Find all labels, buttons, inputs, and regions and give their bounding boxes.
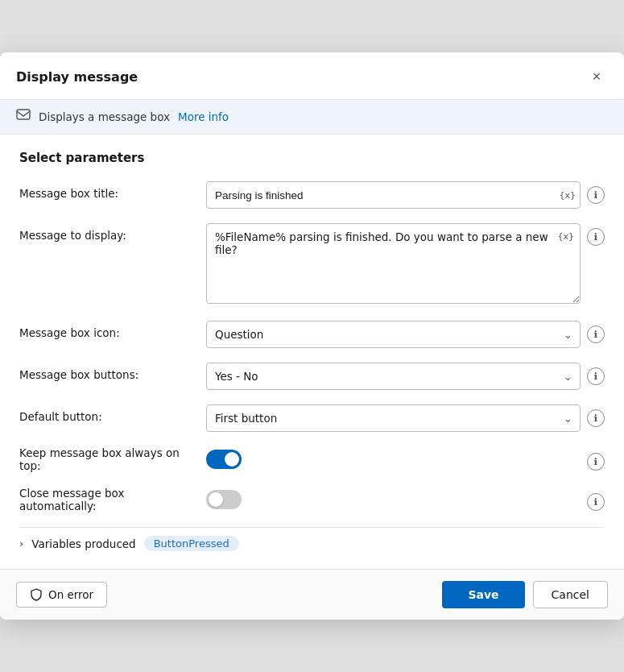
default-button-select-wrap: First button Second button Third button … [206, 404, 581, 432]
section-title: Select parameters [19, 151, 605, 165]
close-automatically-label: Close message box automatically: [19, 487, 196, 512]
message-to-display-control: %FileName% parsing is finished. Do you w… [206, 223, 605, 306]
message-box-buttons-info[interactable]: ℹ [587, 367, 605, 385]
message-box-icon [16, 108, 31, 126]
svg-rect-0 [17, 110, 30, 119]
message-to-display-textarea-wrap: %FileName% parsing is finished. Do you w… [206, 223, 581, 306]
variables-chevron[interactable]: › [19, 537, 23, 550]
on-error-label: On error [48, 588, 93, 601]
cancel-button[interactable]: Cancel [533, 581, 608, 608]
message-box-icon-control: Question Information Warning Error None … [206, 321, 605, 348]
keep-on-top-row: Keep message box always on top: ℹ [19, 446, 605, 472]
keep-on-top-toggle-area: ℹ [206, 448, 605, 471]
message-box-icon-select-wrap: Question Information Warning Error None … [206, 321, 581, 348]
message-box-icon-label: Message box icon: [19, 321, 196, 339]
message-box-title-input[interactable] [206, 181, 581, 209]
message-box-title-label: Message box title: [19, 181, 196, 200]
default-button-select[interactable]: First button Second button Third button [206, 404, 581, 432]
message-to-display-textarea[interactable]: %FileName% parsing is finished. Do you w… [206, 223, 581, 304]
message-box-buttons-select-wrap: Yes - No OK OK - Cancel Yes - No - Cance… [206, 363, 581, 390]
save-button[interactable]: Save [442, 581, 524, 608]
close-automatically-track [206, 490, 242, 509]
dialog-footer: On error Save Cancel [0, 569, 624, 620]
message-box-icon-row: Message box icon: Question Information W… [19, 321, 605, 348]
dialog-body: Select parameters Message box title: {x}… [0, 135, 624, 569]
message-box-buttons-select[interactable]: Yes - No OK OK - Cancel Yes - No - Cance… [206, 363, 581, 390]
message-box-title-info[interactable]: ℹ [587, 186, 605, 204]
message-box-icon-info[interactable]: ℹ [587, 326, 605, 343]
close-automatically-info[interactable]: ℹ [587, 493, 605, 511]
footer-right: Save Cancel [442, 581, 608, 608]
display-message-dialog: Display message × Displays a message box… [0, 52, 624, 620]
close-automatically-row: Close message box automatically: ℹ [19, 487, 605, 512]
message-box-title-control: {x} ℹ [206, 181, 605, 209]
message-box-title-row: Message box title: {x} ℹ [19, 181, 605, 209]
banner-text: Displays a message box [39, 110, 170, 123]
keep-on-top-thumb [225, 452, 239, 467]
variables-row: › Variables produced ButtonPressed [19, 527, 605, 556]
keep-on-top-label: Keep message box always on top: [19, 446, 196, 472]
info-banner: Displays a message box More info [0, 100, 624, 135]
dialog-header: Display message × [0, 52, 624, 100]
message-to-display-info[interactable]: ℹ [587, 228, 605, 246]
close-automatically-toggle[interactable] [206, 490, 242, 509]
keep-on-top-toggle[interactable] [206, 450, 242, 469]
variables-label: Variables produced [31, 537, 136, 550]
default-button-info[interactable]: ℹ [587, 409, 605, 427]
close-automatically-toggle-area: ℹ [206, 488, 605, 511]
shield-icon [30, 588, 43, 601]
dialog-title: Display message [16, 69, 138, 85]
default-button-label: Default button: [19, 404, 196, 423]
message-box-title-input-wrap: {x} [206, 181, 581, 209]
more-info-link[interactable]: More info [178, 110, 229, 123]
default-button-row: Default button: First button Second butt… [19, 404, 605, 432]
message-to-display-row: Message to display: %FileName% parsing i… [19, 223, 605, 306]
message-box-icon-select[interactable]: Question Information Warning Error None [206, 321, 581, 348]
message-box-buttons-control: Yes - No OK OK - Cancel Yes - No - Cance… [206, 363, 605, 390]
keep-on-top-info[interactable]: ℹ [587, 453, 605, 471]
keep-on-top-track [206, 450, 242, 469]
variable-tag: ButtonPressed [144, 536, 239, 551]
close-button[interactable]: × [585, 65, 608, 88]
message-box-buttons-row: Message box buttons: Yes - No OK OK - Ca… [19, 363, 605, 390]
message-to-display-var-btn[interactable]: {x} [557, 231, 574, 242]
close-automatically-thumb [209, 492, 223, 507]
message-to-display-label: Message to display: [19, 223, 196, 242]
default-button-control: First button Second button Third button … [206, 404, 605, 432]
message-box-title-var-btn[interactable]: {x} [559, 190, 576, 201]
message-box-buttons-label: Message box buttons: [19, 363, 196, 381]
on-error-button[interactable]: On error [16, 582, 107, 608]
